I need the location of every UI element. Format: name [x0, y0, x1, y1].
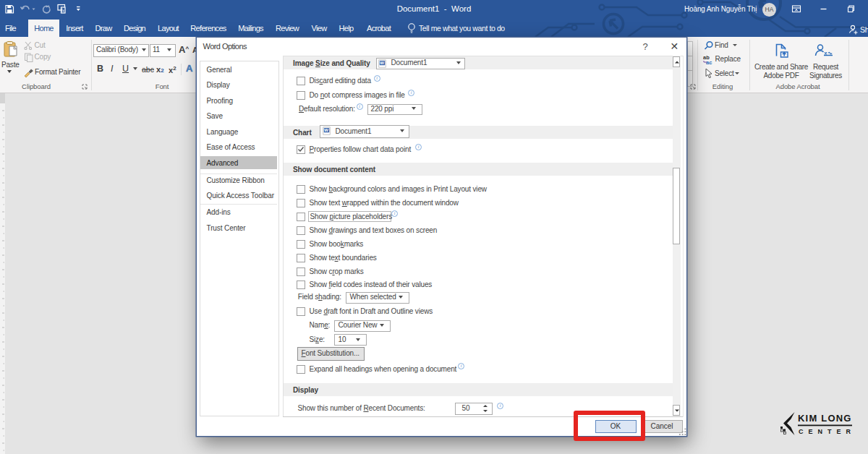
- svg-text:ac: ac: [706, 59, 712, 65]
- svg-text:KIM LONG: KIM LONG: [798, 413, 852, 424]
- svg-text:W: W: [324, 128, 328, 132]
- svg-text:CENTER: CENTER: [799, 428, 856, 435]
- svg-text:W: W: [380, 61, 384, 65]
